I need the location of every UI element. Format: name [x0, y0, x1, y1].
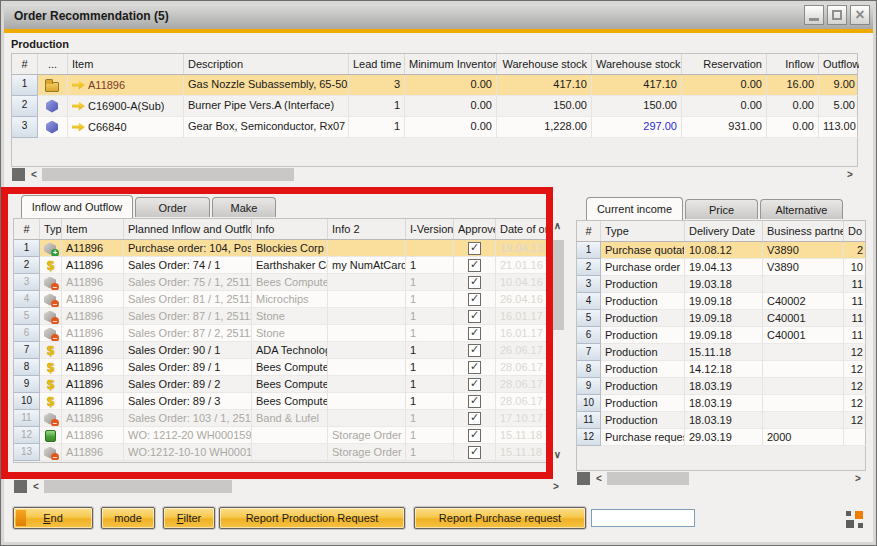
mode-button[interactable]: mode — [101, 507, 155, 529]
row-number[interactable]: 11 — [577, 412, 601, 429]
row-number[interactable]: 4 — [14, 291, 40, 308]
scroll-up-icon[interactable] — [550, 219, 565, 233]
inflow-outflow-row[interactable]: 9 A11896 Sales Order: 89 / 2 Bees Comput… — [14, 376, 549, 393]
minimize-icon[interactable] — [804, 5, 824, 25]
approved-checkbox[interactable] — [468, 276, 481, 289]
current-income-row[interactable]: 7 Production 15.11.18 12 — [577, 344, 865, 361]
row-number[interactable]: 2 — [577, 259, 601, 276]
row-number[interactable]: 1 — [14, 240, 40, 257]
scroll-down-icon[interactable] — [550, 448, 565, 462]
row-number[interactable]: 9 — [577, 378, 601, 395]
report-purchase-request-button[interactable]: Report Purchase request — [414, 507, 586, 529]
inflow-outflow-row[interactable]: 5 A11896 Sales Order: 87 / 1, 2511218 St… — [14, 308, 549, 325]
inflow-outflow-row[interactable]: 8 A11896 Sales Order: 89 / 1 Bees Comput… — [14, 359, 549, 376]
current-income-row[interactable]: 1 Purchase quotatio 10.08.12 V3890 2 — [577, 242, 865, 259]
scrollbar-thumb[interactable] — [42, 168, 294, 181]
tab-make[interactable]: Make — [212, 197, 276, 217]
tab-inflow-and-outflow[interactable]: Inflow and Outflow — [21, 195, 133, 218]
row-number[interactable]: 13 — [14, 444, 40, 461]
current-income-row[interactable]: 2 Purchase order 19.04.13 V3890 10 — [577, 259, 865, 276]
link-arrow-icon[interactable] — [72, 102, 85, 111]
row-number[interactable]: 3 — [577, 276, 601, 293]
current-income-row[interactable]: 8 Production 14.12.18 12 — [577, 361, 865, 378]
maximize-icon[interactable] — [827, 5, 847, 25]
current-income-row[interactable]: 11 Production 18.03.19 12 — [577, 412, 865, 429]
scrollbar-thumb[interactable] — [44, 480, 232, 493]
tab-alternative[interactable]: Alternative — [760, 199, 843, 219]
row-number[interactable]: 3 — [12, 117, 38, 138]
production-table-row[interactable]: 1 A11896 Gas Nozzle Subassembly, 65-5025… — [12, 75, 857, 96]
row-number[interactable]: 7 — [14, 342, 40, 359]
left-h-scrollbar[interactable] — [13, 479, 564, 495]
tab-price[interactable]: Price — [685, 199, 758, 219]
approved-checkbox[interactable] — [468, 378, 481, 391]
left-v-scrollbar[interactable] — [550, 218, 566, 463]
end-button[interactable]: End — [13, 507, 93, 529]
row-number[interactable]: 12 — [577, 429, 601, 446]
current-income-row[interactable]: 5 Production 19.09.18 C40001 11 — [577, 310, 865, 327]
inflow-outflow-row[interactable]: 10 A11896 Sales Order: 89 / 3 Bees Compu… — [14, 393, 549, 410]
row-number[interactable]: 10 — [14, 393, 40, 410]
row-number[interactable]: 5 — [577, 310, 601, 327]
current-income-row[interactable]: 9 Production 18.03.19 12 — [577, 378, 865, 395]
current-income-row[interactable]: 12 Purchase request 29.03.19 2000 — [577, 429, 865, 446]
approved-checkbox[interactable] — [468, 446, 481, 459]
current-income-row[interactable]: 3 Production 19.03.18 11 — [577, 276, 865, 293]
row-number[interactable]: 8 — [577, 361, 601, 378]
inflow-outflow-row[interactable]: 3 A11896 Sales Order: 75 / 1, 2511218 Be… — [14, 274, 549, 291]
inflow-outflow-row[interactable]: 13 A11896 WO:1212-10-10 WH000159 Storage… — [14, 444, 549, 461]
filter-button[interactable]: Filter — [163, 507, 215, 529]
row-number[interactable]: 6 — [577, 327, 601, 344]
expand-form-icon[interactable] — [846, 511, 863, 528]
row-number[interactable]: 1 — [12, 75, 38, 96]
right-h-scrollbar[interactable] — [576, 471, 866, 487]
row-number[interactable]: 12 — [14, 427, 40, 444]
approved-checkbox[interactable] — [468, 344, 481, 357]
footer-text-input[interactable] — [591, 509, 695, 527]
scroll-right-icon[interactable] — [843, 167, 857, 182]
approved-checkbox[interactable] — [468, 242, 481, 255]
row-number[interactable]: 6 — [14, 325, 40, 342]
row-number[interactable]: 5 — [14, 308, 40, 325]
inflow-outflow-row[interactable]: 6 A11896 Sales Order: 87 / 2, 2511218 St… — [14, 325, 549, 342]
row-number[interactable]: 1 — [577, 242, 601, 259]
approved-checkbox[interactable] — [468, 395, 481, 408]
inflow-outflow-row[interactable]: 7 A11896 Sales Order: 90 / 1 ADA Technol… — [14, 342, 549, 359]
current-income-row[interactable]: 6 Production 19.09.18 C40001 11 — [577, 327, 865, 344]
scroll-left-icon[interactable] — [592, 471, 606, 486]
approved-checkbox[interactable] — [468, 429, 481, 442]
current-income-row[interactable]: 10 Production 18.03.19 12 — [577, 395, 865, 412]
inflow-outflow-row[interactable]: 4 A11896 Sales Order: 81 / 1, 2511218 Mi… — [14, 291, 549, 308]
production-table-row[interactable]: 2 C16900-A(Sub) Burner Pipe Vers.A (Inte… — [12, 96, 857, 117]
row-number[interactable]: 2 — [12, 96, 38, 117]
approved-checkbox[interactable] — [468, 293, 481, 306]
inflow-outflow-row[interactable]: 2 A11896 Sales Order: 74 / 1 Earthshaker… — [14, 257, 549, 274]
approved-checkbox[interactable] — [468, 327, 481, 340]
production-table-row[interactable]: 3 C66840 Gear Box, Semiconductor, Rx07 1… — [12, 117, 857, 138]
inflow-outflow-row[interactable]: 12 A11896 WO: 1212-20 WH000159 Storage O… — [14, 427, 549, 444]
tab-order[interactable]: Order — [135, 197, 210, 217]
row-number[interactable]: 10 — [577, 395, 601, 412]
approved-checkbox[interactable] — [468, 412, 481, 425]
row-number[interactable]: 11 — [14, 410, 40, 427]
approved-checkbox[interactable] — [468, 259, 481, 272]
title-bar[interactable]: Order Recommendation (5) — [4, 4, 873, 30]
tab-current-income[interactable]: Current income — [586, 197, 683, 220]
row-number[interactable]: 4 — [577, 293, 601, 310]
approved-checkbox[interactable] — [468, 361, 481, 374]
row-number[interactable]: 2 — [14, 257, 40, 274]
report-production-request-button[interactable]: Report Production Request — [219, 507, 405, 529]
row-number[interactable]: 8 — [14, 359, 40, 376]
scroll-right-icon[interactable] — [549, 479, 563, 494]
inflow-outflow-row[interactable]: 11 A11896 Sales Order: 103 / 1, 2511218 … — [14, 410, 549, 427]
row-number[interactable]: 3 — [14, 274, 40, 291]
inflow-outflow-row[interactable]: 1 A11896 Purchase order: 104, Pos 1 Bloc… — [14, 240, 549, 257]
close-icon[interactable] — [850, 5, 870, 25]
row-number[interactable]: 7 — [577, 344, 601, 361]
scroll-left-icon[interactable] — [29, 479, 43, 494]
current-income-row[interactable]: 4 Production 19.09.18 C40002 11 — [577, 293, 865, 310]
scroll-right-icon[interactable] — [851, 471, 865, 486]
production-h-scrollbar[interactable] — [11, 167, 858, 183]
link-arrow-icon[interactable] — [72, 123, 85, 132]
scroll-left-icon[interactable] — [27, 167, 41, 182]
